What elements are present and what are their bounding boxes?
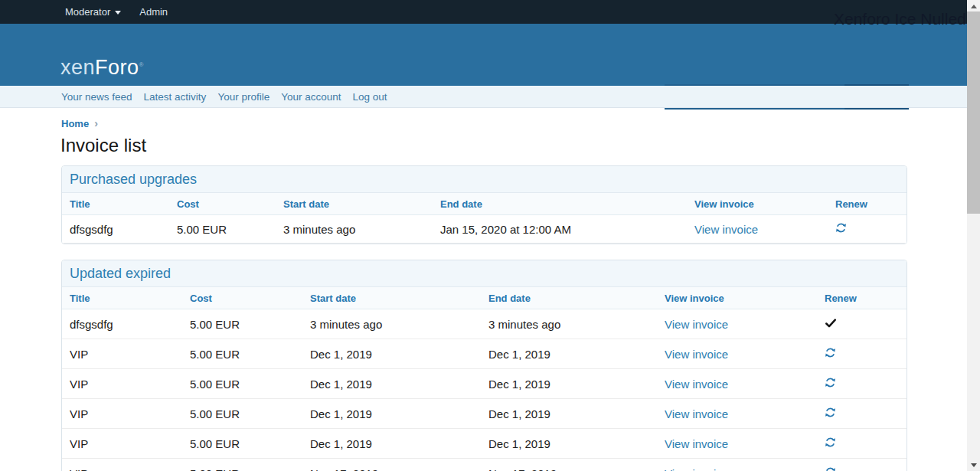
block-title: Updated expired xyxy=(62,260,906,287)
view-invoice-link[interactable]: View invoice xyxy=(665,437,728,450)
renew-icon[interactable] xyxy=(825,407,836,418)
cell-title: VIP xyxy=(62,407,182,420)
cell-view-invoice: View invoice xyxy=(657,318,817,331)
sync-icon xyxy=(825,377,836,388)
nulled-watermark: Xenforo Ice Nulled xyxy=(834,10,966,28)
cell-end-date: Dec 1, 2019 xyxy=(481,348,657,361)
cell-title: VIP xyxy=(62,378,182,391)
logo-trademark: ® xyxy=(139,61,144,68)
cell-title: VIP xyxy=(62,348,182,361)
column-header-end-date: End date xyxy=(433,198,687,210)
cell-view-invoice: View invoice xyxy=(657,467,817,471)
triangle-down-icon xyxy=(971,463,977,467)
table-row: VIP 5.00 EUR Dec 1, 2019 Dec 1, 2019 Vie… xyxy=(62,429,906,459)
table-row: VIP 5.00 EUR Dec 1, 2019 Dec 1, 2019 Vie… xyxy=(62,399,906,429)
cell-renew xyxy=(817,466,906,471)
column-header-title: Title xyxy=(62,293,182,304)
table-row: VIP 5.00 EUR Dec 1, 2019 Dec 1, 2019 Vie… xyxy=(62,339,906,369)
renew-status xyxy=(825,318,837,329)
view-invoice-link[interactable]: View invoice xyxy=(665,318,728,331)
cell-cost: 5.00 EUR xyxy=(182,318,302,331)
chevron-right-icon: › xyxy=(94,117,98,129)
subnav-your-profile[interactable]: Your profile xyxy=(217,91,270,103)
cell-start-date: Dec 1, 2019 xyxy=(302,437,481,450)
view-invoice-link[interactable]: View invoice xyxy=(665,378,728,391)
cell-end-date: Dec 1, 2019 xyxy=(481,378,657,391)
cell-start-date: Nov 17, 2019 xyxy=(302,467,481,471)
xenforo-logo[interactable]: xenForo® xyxy=(60,56,144,80)
cell-title: VIP xyxy=(62,467,182,471)
column-header-cost: Cost xyxy=(182,293,302,304)
cell-end-date: Dec 1, 2019 xyxy=(481,407,657,420)
sub-navigation: Your news feed Latest activity Your prof… xyxy=(0,86,980,108)
column-header-renew: Renew xyxy=(828,198,906,210)
renew-icon[interactable] xyxy=(825,466,836,471)
cell-title: dfsgsdfg xyxy=(62,318,182,331)
column-header-title: Title xyxy=(62,198,169,210)
scrollbar-thumb[interactable] xyxy=(967,11,980,214)
cell-end-date: Nov 17, 2019 xyxy=(481,467,657,471)
cell-start-date: Dec 1, 2019 xyxy=(302,407,481,420)
cell-end-date: Jan 15, 2020 at 12:00 AM xyxy=(433,223,687,236)
moderator-menu[interactable]: Moderator xyxy=(65,6,121,18)
cell-renew xyxy=(817,318,906,331)
cell-view-invoice: View invoice xyxy=(657,378,817,391)
cell-view-invoice: View invoice xyxy=(657,437,817,450)
cell-title: VIP xyxy=(62,437,182,450)
cell-start-date: 3 minutes ago xyxy=(276,223,433,236)
admin-link[interactable]: Admin xyxy=(139,6,168,18)
sync-icon xyxy=(825,466,836,471)
cell-cost: 5.00 EUR xyxy=(182,467,302,471)
subnav-your-news-feed[interactable]: Your news feed xyxy=(61,91,132,103)
cell-cost: 5.00 EUR xyxy=(182,437,302,450)
view-invoice-link[interactable]: View invoice xyxy=(665,348,728,361)
cell-start-date: Dec 1, 2019 xyxy=(302,378,481,391)
renew-icon[interactable] xyxy=(835,222,847,234)
subnav-latest-activity[interactable]: Latest activity xyxy=(144,91,207,103)
header-band: xenForo® Home Forums What's new Members … xyxy=(0,24,980,86)
moderator-menu-label: Moderator xyxy=(65,6,110,18)
cell-view-invoice: View invoice xyxy=(657,407,817,420)
column-header-renew: Renew xyxy=(817,293,906,304)
column-header-view-invoice: View invoice xyxy=(657,293,817,304)
cell-renew xyxy=(828,222,906,236)
cell-start-date: 3 minutes ago xyxy=(302,318,481,331)
cell-renew xyxy=(817,347,906,361)
column-header-cost: Cost xyxy=(169,198,276,210)
triangle-up-icon xyxy=(971,5,977,8)
cell-end-date: 3 minutes ago xyxy=(481,318,657,331)
column-header-start-date: Start date xyxy=(302,293,481,304)
renew-icon[interactable] xyxy=(825,437,836,448)
subnav-log-out[interactable]: Log out xyxy=(352,91,387,103)
view-invoice-link[interactable]: View invoice xyxy=(665,407,728,420)
cell-renew xyxy=(817,407,906,420)
table-row: VIP 5.00 EUR Dec 1, 2019 Dec 1, 2019 Vie… xyxy=(62,369,906,399)
check-icon xyxy=(825,318,837,329)
cell-view-invoice: View invoice xyxy=(687,223,828,236)
renew-icon[interactable] xyxy=(825,347,836,358)
subnav-your-account[interactable]: Your account xyxy=(281,91,341,103)
breadcrumb-home[interactable]: Home xyxy=(61,118,89,129)
view-invoice-link[interactable]: View invoice xyxy=(665,467,728,471)
cell-renew xyxy=(817,377,906,391)
vertical-scrollbar[interactable] xyxy=(967,0,980,471)
view-invoice-link[interactable]: View invoice xyxy=(694,223,758,236)
breadcrumb: Home › xyxy=(61,117,98,129)
table-row: dfsgsdfg 5.00 EUR 3 minutes ago Jan 15, … xyxy=(62,215,906,244)
logo-xen: xen xyxy=(60,56,95,79)
sync-icon xyxy=(825,437,836,448)
scroll-down-button[interactable] xyxy=(967,459,980,471)
purchased-upgrades-block: Purchased upgrades Title Cost Start date… xyxy=(61,165,907,244)
cell-cost: 5.00 EUR xyxy=(182,378,302,391)
admin-link-label: Admin xyxy=(139,6,168,18)
table-header-row: Title Cost Start date End date View invo… xyxy=(62,193,906,215)
moderator-bar: Moderator Admin xyxy=(0,0,980,24)
scroll-up-button[interactable] xyxy=(967,0,980,12)
cell-cost: 5.00 EUR xyxy=(182,407,302,420)
block-title: Purchased upgrades xyxy=(62,166,906,193)
renew-icon[interactable] xyxy=(825,377,836,388)
cell-end-date: Dec 1, 2019 xyxy=(481,437,657,450)
sync-icon xyxy=(825,407,836,418)
table-header-row: Title Cost Start date End date View invo… xyxy=(62,287,906,309)
table-row: VIP 5.00 EUR Nov 17, 2019 Nov 17, 2019 V… xyxy=(62,459,906,471)
